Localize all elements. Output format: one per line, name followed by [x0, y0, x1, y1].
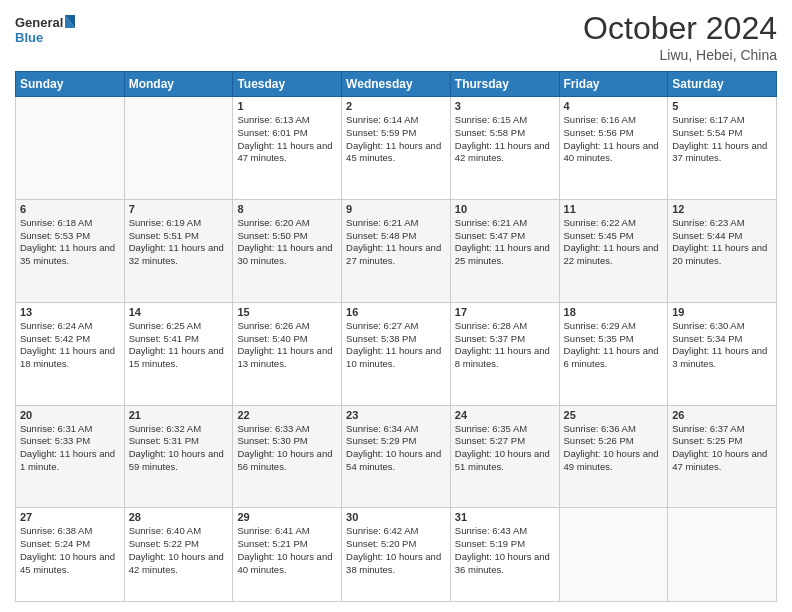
day-info: Sunset: 5:40 PM: [237, 333, 337, 346]
day-number: 29: [237, 511, 337, 523]
day-number: 19: [672, 306, 772, 318]
day-info: Daylight: 10 hours and 59 minutes.: [129, 448, 229, 474]
day-info: Daylight: 11 hours and 13 minutes.: [237, 345, 337, 371]
day-info: Sunrise: 6:21 AM: [346, 217, 446, 230]
day-info: Sunrise: 6:38 AM: [20, 525, 120, 538]
calendar-cell: 23Sunrise: 6:34 AMSunset: 5:29 PMDayligh…: [342, 405, 451, 508]
calendar-cell: 11Sunrise: 6:22 AMSunset: 5:45 PMDayligh…: [559, 199, 668, 302]
day-info: Sunrise: 6:29 AM: [564, 320, 664, 333]
day-info: Daylight: 10 hours and 51 minutes.: [455, 448, 555, 474]
calendar-cell: 31Sunrise: 6:43 AMSunset: 5:19 PMDayligh…: [450, 508, 559, 602]
day-info: Sunset: 5:59 PM: [346, 127, 446, 140]
week-row-4: 20Sunrise: 6:31 AMSunset: 5:33 PMDayligh…: [16, 405, 777, 508]
day-info: Sunset: 5:54 PM: [672, 127, 772, 140]
calendar-cell: 27Sunrise: 6:38 AMSunset: 5:24 PMDayligh…: [16, 508, 125, 602]
day-number: 6: [20, 203, 120, 215]
day-info: Sunrise: 6:18 AM: [20, 217, 120, 230]
day-info: Sunrise: 6:37 AM: [672, 423, 772, 436]
day-info: Daylight: 10 hours and 42 minutes.: [129, 551, 229, 577]
day-info: Sunrise: 6:13 AM: [237, 114, 337, 127]
day-info: Sunset: 5:21 PM: [237, 538, 337, 551]
calendar-cell: 26Sunrise: 6:37 AMSunset: 5:25 PMDayligh…: [668, 405, 777, 508]
svg-text:Blue: Blue: [15, 30, 43, 45]
day-info: Sunrise: 6:40 AM: [129, 525, 229, 538]
calendar-cell: 3Sunrise: 6:15 AMSunset: 5:58 PMDaylight…: [450, 97, 559, 200]
day-info: Sunrise: 6:27 AM: [346, 320, 446, 333]
day-info: Sunset: 5:19 PM: [455, 538, 555, 551]
day-info: Daylight: 11 hours and 20 minutes.: [672, 242, 772, 268]
day-number: 25: [564, 409, 664, 421]
day-number: 24: [455, 409, 555, 421]
day-info: Sunset: 5:33 PM: [20, 435, 120, 448]
day-number: 17: [455, 306, 555, 318]
day-info: Daylight: 11 hours and 32 minutes.: [129, 242, 229, 268]
day-number: 3: [455, 100, 555, 112]
day-info: Daylight: 11 hours and 40 minutes.: [564, 140, 664, 166]
weekday-header-tuesday: Tuesday: [233, 72, 342, 97]
day-info: Sunrise: 6:33 AM: [237, 423, 337, 436]
day-number: 15: [237, 306, 337, 318]
week-row-1: 1Sunrise: 6:13 AMSunset: 6:01 PMDaylight…: [16, 97, 777, 200]
day-info: Daylight: 11 hours and 35 minutes.: [20, 242, 120, 268]
calendar-cell: 5Sunrise: 6:17 AMSunset: 5:54 PMDaylight…: [668, 97, 777, 200]
day-info: Daylight: 11 hours and 30 minutes.: [237, 242, 337, 268]
page: GeneralBlue October 2024 Liwu, Hebei, Ch…: [0, 0, 792, 612]
week-row-2: 6Sunrise: 6:18 AMSunset: 5:53 PMDaylight…: [16, 199, 777, 302]
day-info: Sunset: 5:29 PM: [346, 435, 446, 448]
day-info: Sunset: 5:48 PM: [346, 230, 446, 243]
day-info: Sunrise: 6:42 AM: [346, 525, 446, 538]
calendar-cell: 29Sunrise: 6:41 AMSunset: 5:21 PMDayligh…: [233, 508, 342, 602]
calendar-cell: 12Sunrise: 6:23 AMSunset: 5:44 PMDayligh…: [668, 199, 777, 302]
day-info: Daylight: 11 hours and 47 minutes.: [237, 140, 337, 166]
calendar-cell: 14Sunrise: 6:25 AMSunset: 5:41 PMDayligh…: [124, 302, 233, 405]
location: Liwu, Hebei, China: [583, 47, 777, 63]
calendar-cell: 18Sunrise: 6:29 AMSunset: 5:35 PMDayligh…: [559, 302, 668, 405]
weekday-header-sunday: Sunday: [16, 72, 125, 97]
week-row-3: 13Sunrise: 6:24 AMSunset: 5:42 PMDayligh…: [16, 302, 777, 405]
day-info: Sunrise: 6:35 AM: [455, 423, 555, 436]
weekday-header-monday: Monday: [124, 72, 233, 97]
calendar-cell: 13Sunrise: 6:24 AMSunset: 5:42 PMDayligh…: [16, 302, 125, 405]
day-info: Sunset: 5:51 PM: [129, 230, 229, 243]
day-info: Sunrise: 6:24 AM: [20, 320, 120, 333]
title-section: October 2024 Liwu, Hebei, China: [583, 10, 777, 63]
day-info: Daylight: 10 hours and 47 minutes.: [672, 448, 772, 474]
day-info: Daylight: 10 hours and 36 minutes.: [455, 551, 555, 577]
day-info: Sunset: 5:37 PM: [455, 333, 555, 346]
day-info: Sunrise: 6:14 AM: [346, 114, 446, 127]
day-info: Daylight: 10 hours and 45 minutes.: [20, 551, 120, 577]
day-info: Daylight: 10 hours and 40 minutes.: [237, 551, 337, 577]
day-info: Sunset: 5:38 PM: [346, 333, 446, 346]
day-number: 10: [455, 203, 555, 215]
day-info: Sunset: 5:25 PM: [672, 435, 772, 448]
day-info: Sunset: 5:41 PM: [129, 333, 229, 346]
calendar-cell: 6Sunrise: 6:18 AMSunset: 5:53 PMDaylight…: [16, 199, 125, 302]
day-number: 20: [20, 409, 120, 421]
day-number: 11: [564, 203, 664, 215]
day-info: Sunrise: 6:30 AM: [672, 320, 772, 333]
header: GeneralBlue October 2024 Liwu, Hebei, Ch…: [15, 10, 777, 63]
weekday-header-thursday: Thursday: [450, 72, 559, 97]
calendar-cell: 8Sunrise: 6:20 AMSunset: 5:50 PMDaylight…: [233, 199, 342, 302]
day-info: Daylight: 11 hours and 10 minutes.: [346, 345, 446, 371]
day-info: Daylight: 11 hours and 42 minutes.: [455, 140, 555, 166]
day-info: Sunrise: 6:34 AM: [346, 423, 446, 436]
day-number: 28: [129, 511, 229, 523]
month-title: October 2024: [583, 10, 777, 47]
day-info: Sunrise: 6:20 AM: [237, 217, 337, 230]
calendar-cell: 21Sunrise: 6:32 AMSunset: 5:31 PMDayligh…: [124, 405, 233, 508]
day-info: Sunrise: 6:25 AM: [129, 320, 229, 333]
day-info: Daylight: 11 hours and 3 minutes.: [672, 345, 772, 371]
day-info: Sunrise: 6:22 AM: [564, 217, 664, 230]
svg-text:General: General: [15, 15, 63, 30]
day-number: 4: [564, 100, 664, 112]
calendar-cell: 22Sunrise: 6:33 AMSunset: 5:30 PMDayligh…: [233, 405, 342, 508]
day-info: Sunset: 5:53 PM: [20, 230, 120, 243]
day-number: 2: [346, 100, 446, 112]
logo: GeneralBlue: [15, 10, 75, 50]
calendar-cell: [124, 97, 233, 200]
calendar-cell: 2Sunrise: 6:14 AMSunset: 5:59 PMDaylight…: [342, 97, 451, 200]
calendar-cell: 16Sunrise: 6:27 AMSunset: 5:38 PMDayligh…: [342, 302, 451, 405]
day-info: Daylight: 11 hours and 25 minutes.: [455, 242, 555, 268]
day-number: 27: [20, 511, 120, 523]
